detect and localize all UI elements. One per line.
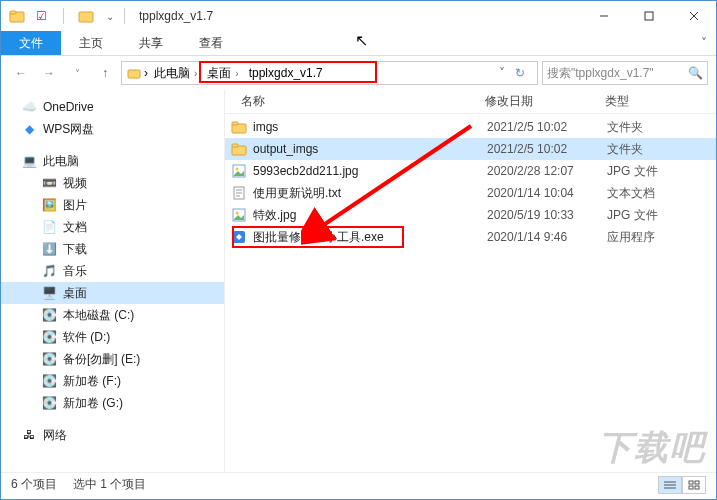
sidebar-item-disk-g[interactable]: 💽新加卷 (G:) <box>1 392 224 414</box>
downloads-icon: ⬇️ <box>41 241 57 257</box>
nav-history-dropdown[interactable]: ˅ <box>65 61 89 85</box>
file-name: 特效.jpg <box>253 207 487 224</box>
file-row[interactable]: 使用更新说明.txt2020/1/14 10:04文本文档 <box>225 182 716 204</box>
col-date[interactable]: 修改日期 <box>485 93 605 110</box>
file-type: JPG 文件 <box>607 163 716 180</box>
file-pane: 名称 修改日期 类型 imgs2021/2/5 10:02文件夹output_i… <box>225 90 716 472</box>
sidebar-item-disk-d[interactable]: 💽软件 (D:) <box>1 326 224 348</box>
address-bar-row: ← → ˅ ↑ › 此电脑› 桌面› tpplxgdx_v1.7 ˅ ↻ 搜索"… <box>1 56 716 90</box>
svg-rect-25 <box>695 481 699 484</box>
crumb-folder[interactable]: tpplxgdx_v1.7 <box>245 62 327 84</box>
refresh-button[interactable]: ↻ <box>507 66 533 80</box>
close-button[interactable] <box>671 1 716 31</box>
col-name[interactable]: 名称 <box>225 93 485 110</box>
file-row[interactable]: imgs2021/2/5 10:02文件夹 <box>225 116 716 138</box>
desktop-icon: 🖥️ <box>41 285 57 301</box>
svg-rect-7 <box>128 70 140 78</box>
drive-icon: 💽 <box>41 395 57 411</box>
sidebar-item-network[interactable]: 🖧网络 <box>1 424 224 446</box>
sidebar-item-wps[interactable]: ◆ WPS网盘 <box>1 118 224 140</box>
sidebar-item-pictures[interactable]: 🖼️图片 <box>1 194 224 216</box>
file-row[interactable]: 图批量修改大小工具.exe2020/1/14 9:46应用程序 <box>225 226 716 248</box>
qat-dropdown-icon[interactable]: ⌄ <box>102 8 118 24</box>
minimize-button[interactable] <box>581 1 626 31</box>
file-date: 2020/5/19 10:33 <box>487 208 607 222</box>
svg-rect-11 <box>232 144 238 147</box>
status-selected: 选中 1 个项目 <box>73 476 146 493</box>
ribbon-expand-icon[interactable]: ˅ <box>692 31 716 55</box>
cursor-icon: ↖ <box>355 31 368 50</box>
svg-rect-9 <box>232 122 238 125</box>
drive-icon: 💽 <box>41 307 57 323</box>
sidebar-item-this-pc[interactable]: 💻 此电脑 <box>1 150 224 172</box>
sidebar-item-disk-e[interactable]: 💽备份[勿删] (E:) <box>1 348 224 370</box>
network-icon: 🖧 <box>21 427 37 443</box>
file-row[interactable]: 特效.jpg2020/5/19 10:33JPG 文件 <box>225 204 716 226</box>
file-row[interactable]: 5993ecb2dd211.jpg2020/2/28 12:07JPG 文件 <box>225 160 716 182</box>
tab-file[interactable]: 文件 <box>1 31 61 55</box>
drive-icon: 💽 <box>41 373 57 389</box>
folder-yellow-icon <box>78 8 94 24</box>
file-type: 文本文档 <box>607 185 716 202</box>
file-date: 2021/2/5 10:02 <box>487 120 607 134</box>
svg-point-19 <box>236 212 239 215</box>
nav-forward-button: → <box>37 61 61 85</box>
svg-rect-1 <box>10 11 16 14</box>
search-input[interactable]: 搜索"tpplxgdx_v1.7" 🔍 <box>542 61 708 85</box>
nav-sidebar[interactable]: ☁️ OneDrive ◆ WPS网盘 💻 此电脑 📼视频 🖼️图片 📄文档 ⬇… <box>1 90 225 472</box>
crumb-desktop[interactable]: 桌面› <box>203 62 242 84</box>
maximize-button[interactable] <box>626 1 671 31</box>
sidebar-item-disk-c[interactable]: 💽本地磁盘 (C:) <box>1 304 224 326</box>
svg-point-13 <box>236 168 239 171</box>
file-name: 5993ecb2dd211.jpg <box>253 164 487 178</box>
crumb-dropdown-icon[interactable]: ˅ <box>499 66 505 80</box>
breadcrumb[interactable]: › 此电脑› 桌面› tpplxgdx_v1.7 ˅ ↻ <box>121 61 538 85</box>
file-type-icon <box>229 139 249 159</box>
file-name: 使用更新说明.txt <box>253 185 487 202</box>
sidebar-item-music[interactable]: 🎵音乐 <box>1 260 224 282</box>
drive-icon: 💽 <box>41 351 57 367</box>
sidebar-item-downloads[interactable]: ⬇️下载 <box>1 238 224 260</box>
sidebar-item-video[interactable]: 📼视频 <box>1 172 224 194</box>
file-type-icon <box>229 183 249 203</box>
pc-icon: 💻 <box>21 153 37 169</box>
file-date: 2020/2/28 12:07 <box>487 164 607 178</box>
sidebar-item-onedrive[interactable]: ☁️ OneDrive <box>1 96 224 118</box>
view-details-button[interactable] <box>658 476 682 494</box>
file-type-icon <box>229 117 249 137</box>
qat-check-icon[interactable]: ☑ <box>33 8 49 24</box>
nav-up-button[interactable]: ↑ <box>93 61 117 85</box>
svg-rect-4 <box>645 12 653 20</box>
file-type: JPG 文件 <box>607 207 716 224</box>
nav-back-button[interactable]: ← <box>9 61 33 85</box>
file-name: output_imgs <box>253 142 487 156</box>
file-type: 文件夹 <box>607 141 716 158</box>
folder-icon <box>9 8 25 24</box>
titlebar: ☑ ⌄ tpplxgdx_v1.7 <box>1 1 716 31</box>
folder-icon <box>126 65 142 81</box>
file-type: 文件夹 <box>607 119 716 136</box>
tab-view[interactable]: 查看 <box>181 31 241 55</box>
svg-rect-2 <box>79 12 93 22</box>
tab-share[interactable]: 共享 <box>121 31 181 55</box>
column-headers[interactable]: 名称 修改日期 类型 <box>225 90 716 114</box>
crumb-this-pc[interactable]: 此电脑› <box>150 62 201 84</box>
window-title: tpplxgdx_v1.7 <box>139 9 213 23</box>
file-type-icon <box>229 205 249 225</box>
sidebar-item-disk-f[interactable]: 💽新加卷 (F:) <box>1 370 224 392</box>
sidebar-item-desktop[interactable]: 🖥️桌面 <box>1 282 224 304</box>
status-count: 6 个项目 <box>11 476 57 493</box>
sidebar-item-documents[interactable]: 📄文档 <box>1 216 224 238</box>
file-list[interactable]: imgs2021/2/5 10:02文件夹output_imgs2021/2/5… <box>225 114 716 472</box>
file-name: imgs <box>253 120 487 134</box>
tab-home[interactable]: 主页 <box>61 31 121 55</box>
svg-rect-27 <box>695 486 699 489</box>
col-type[interactable]: 类型 <box>605 93 716 110</box>
file-row[interactable]: output_imgs2021/2/5 10:02文件夹 <box>225 138 716 160</box>
file-type-icon <box>229 161 249 181</box>
file-type: 应用程序 <box>607 229 716 246</box>
video-icon: 📼 <box>41 175 57 191</box>
view-icons-button[interactable] <box>682 476 706 494</box>
cloud-icon: ☁️ <box>21 99 37 115</box>
file-name: 图批量修改大小工具.exe <box>253 229 487 246</box>
